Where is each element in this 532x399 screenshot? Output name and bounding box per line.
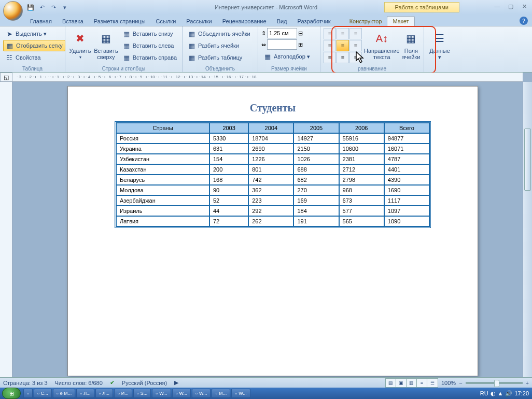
col-header[interactable]: Страны [116, 123, 209, 133]
split-table-button[interactable]: ▦Разбить таблицу [186, 52, 253, 63]
align-bottom-right[interactable]: ≡ [349, 52, 362, 63]
clock[interactable]: 17:20 [514, 390, 529, 396]
table-cell[interactable]: 4390 [384, 175, 429, 185]
data-button[interactable]: ☰Данные ▾ [427, 28, 452, 72]
minimize-button[interactable]: — [493, 2, 502, 10]
view-print-layout[interactable]: ▤ [386, 379, 396, 387]
align-bottom-center[interactable]: ≡ [337, 52, 349, 63]
table-cell[interactable]: 1090 [384, 216, 429, 226]
table-cell[interactable]: 1690 [384, 185, 429, 195]
maximize-button[interactable]: ▢ [506, 2, 515, 10]
align-top-right[interactable]: ≡ [349, 28, 362, 39]
table-cell[interactable]: 16071 [384, 144, 429, 154]
col-width-input[interactable] [267, 39, 297, 50]
table-cell[interactable]: 90 [209, 185, 248, 195]
zoom-in[interactable]: + [526, 380, 529, 386]
view-draft[interactable]: ☰ [427, 379, 438, 387]
lang-indicator[interactable]: RU [480, 390, 488, 396]
scroll-thumb[interactable] [524, 129, 531, 191]
distribute-rows-icon[interactable]: ⊟ [298, 30, 303, 37]
table-cell[interactable]: Израиль [116, 206, 209, 216]
view-full-screen[interactable]: ▣ [396, 379, 407, 387]
table-cell[interactable]: Беларусь [116, 175, 209, 185]
col-header[interactable]: 2006 [339, 123, 384, 133]
table-cell[interactable]: 94877 [384, 133, 429, 144]
macro-icon[interactable]: ▶ [174, 379, 178, 386]
table-cell[interactable]: 2712 [339, 164, 384, 175]
table-cell[interactable]: Украина [116, 144, 209, 154]
table-cell[interactable]: 1117 [384, 195, 429, 206]
table-cell[interactable]: 682 [293, 175, 339, 185]
zoom-level[interactable]: 100% [441, 380, 456, 386]
tab-design[interactable]: Конструктор [344, 17, 387, 26]
redo-icon[interactable]: ↷ [49, 3, 58, 12]
table-cell[interactable]: 72 [209, 216, 248, 226]
tab-review[interactable]: Рецензирование [217, 17, 272, 26]
table-cell[interactable]: 2798 [339, 175, 384, 185]
table-cell[interactable]: 55916 [339, 133, 384, 144]
table-cell[interactable]: 4401 [384, 164, 429, 175]
vertical-scrollbar[interactable] [523, 82, 532, 377]
insert-left-button[interactable]: ▦Вставить слева [120, 40, 179, 51]
table-cell[interactable]: 968 [339, 185, 384, 195]
show-grid-button[interactable]: ▦Отобразить сетку [3, 40, 65, 51]
qat-more-icon[interactable]: ▾ [60, 3, 69, 12]
col-header[interactable]: 2005 [293, 123, 339, 133]
autofit-button[interactable]: ▦Автоподбор ▾ [261, 51, 312, 62]
tab-references[interactable]: Ссылки [151, 17, 181, 26]
status-words[interactable]: Число слов: 6/680 [55, 380, 103, 386]
insert-below-button[interactable]: ▦Вставить снизу [120, 28, 179, 39]
view-outline[interactable]: ≡ [417, 379, 427, 387]
tab-page-layout[interactable]: Разметка страницы [89, 17, 151, 26]
align-bottom-left[interactable]: ≡ [324, 52, 336, 63]
ruler-corner[interactable]: ◱ [0, 73, 12, 82]
vertical-ruler[interactable] [0, 82, 12, 377]
col-header[interactable]: 2004 [248, 123, 293, 133]
table-cell[interactable]: 1026 [293, 154, 339, 164]
table-cell[interactable]: 52 [209, 195, 248, 206]
taskbar-item[interactable]: ▫C... [34, 389, 52, 398]
tab-developer[interactable]: Разработчик [292, 17, 336, 26]
table-cell[interactable]: 688 [293, 164, 339, 175]
table-cell[interactable]: Казахстан [116, 164, 209, 175]
align-middle-right[interactable]: ≡ [349, 40, 362, 51]
tab-home[interactable]: Главная [25, 17, 57, 26]
taskbar-item[interactable]: ▫Л... [95, 389, 113, 398]
table-cell[interactable]: 5330 [209, 133, 248, 144]
tab-insert[interactable]: Вставка [57, 17, 89, 26]
align-top-left[interactable]: ≡ [324, 28, 336, 39]
table-cell[interactable]: 2690 [248, 144, 293, 154]
tab-view[interactable]: Вид [272, 17, 292, 26]
taskbar-item[interactable]: ▫ [23, 389, 33, 398]
table-cell[interactable]: 18704 [248, 133, 293, 144]
taskbar-item[interactable]: ▫e M... [53, 389, 75, 398]
table-cell[interactable]: 362 [248, 185, 293, 195]
merge-cells-button[interactable]: ▦Объединить ячейки [186, 28, 253, 39]
undo-icon[interactable]: ↶ [37, 3, 47, 12]
table-cell[interactable]: 184 [293, 206, 339, 216]
table-cell[interactable]: Молдова [116, 185, 209, 195]
table-cell[interactable]: 191 [293, 216, 339, 226]
spellcheck-icon[interactable]: ✔ [110, 379, 115, 386]
tab-mailings[interactable]: Рассылки [181, 17, 217, 26]
table-cell[interactable]: 577 [339, 206, 384, 216]
taskbar-item[interactable]: ▫W... [172, 389, 191, 398]
table-cell[interactable]: 154 [209, 154, 248, 164]
table-cell[interactable]: Россия [116, 133, 209, 144]
insert-right-button[interactable]: ▦Вставить справа [120, 52, 179, 63]
taskbar-item[interactable]: ▫M... [212, 389, 230, 398]
taskbar-item[interactable]: ▫W... [152, 389, 171, 398]
properties-button[interactable]: ☷Свойства [3, 52, 65, 63]
table-cell[interactable]: 223 [248, 195, 293, 206]
table-cell[interactable]: Азербайджан [116, 195, 209, 206]
table-cell[interactable]: 673 [339, 195, 384, 206]
table-cell[interactable]: 2150 [293, 144, 339, 154]
distribute-cols-icon[interactable]: ⊞ [298, 41, 303, 48]
table-cell[interactable]: 742 [248, 175, 293, 185]
start-button[interactable]: ⊞ [2, 388, 21, 399]
taskbar-item[interactable]: ▫Л... [76, 389, 94, 398]
table-cell[interactable]: 1097 [384, 206, 429, 216]
help-button[interactable]: ? [520, 17, 528, 25]
taskbar-item[interactable]: ▫W... [231, 389, 250, 398]
table-cell[interactable]: 631 [209, 144, 248, 154]
